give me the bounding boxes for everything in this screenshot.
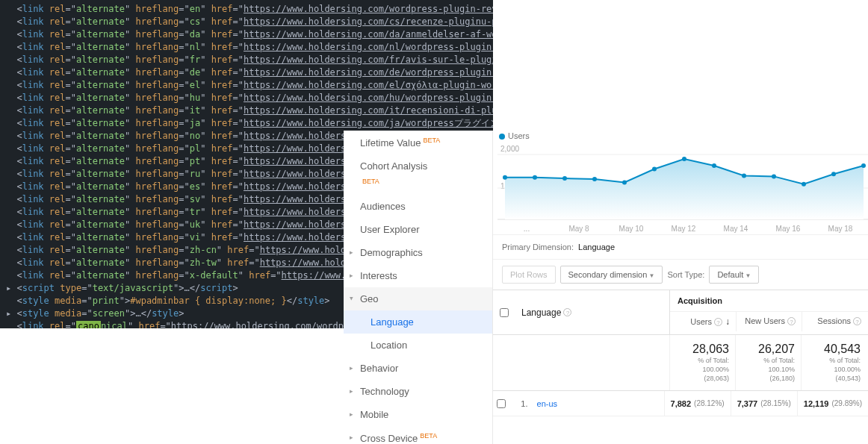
data-cell: 7,882(28.12%) [664,391,731,416]
sidebar-item-label: Behavior [360,363,398,374]
svg-point-5 [562,176,567,181]
sidebar-item-location[interactable]: Location [344,334,492,357]
sidebar-item-audiences[interactable]: Audiences [344,195,492,218]
plot-rows-button: Plot Rows [502,266,556,284]
x-label: May 14 [710,225,762,233]
chevron-right-icon: ▸ [350,272,353,279]
select-all-checkbox[interactable] [500,308,509,317]
svg-point-7 [622,181,627,185]
x-label: May 10 [605,225,657,233]
sidebar-item-label: Cohort Analysis [360,160,427,172]
sidebar-item-demographics[interactable]: ▸Demographics [344,241,492,264]
chevron-right-icon: ▸ [350,364,353,372]
analytics-panel: Users 2,000 1,000 ...May 8May 10May 12Ma… [493,127,868,444]
primary-dim-label: Primary Dimension: [502,243,574,251]
row-checkbox-cell [493,399,510,408]
sidebar-item-label: Lifetime Value [360,137,421,148]
analytics-sidebar: Lifetime ValueBETACohort AnalysisBETAAud… [344,131,493,444]
sidebar-item-label: Geo [360,293,379,304]
sidebar-item-technology[interactable]: ▸Technology [344,380,492,403]
row-checkbox[interactable] [497,399,506,408]
header-checkbox-cell [493,290,515,334]
language-column-header[interactable]: Language? [515,290,669,334]
x-label: May 18 [814,225,867,233]
primary-dim-value[interactable]: Language [578,243,615,251]
language-cell: en-us [533,399,664,408]
x-axis-labels: ...May 8May 10May 12May 14May 16May 18M [500,225,868,233]
x-label: May 16 [762,225,814,233]
chevron-right-icon: ▸ [350,295,353,302]
sort-type-dropdown[interactable]: Default [709,266,759,284]
acquisition-group: Acquisition Users?↓New Users?Sessions? [669,290,868,334]
sidebar-item-language[interactable]: Language [344,310,492,334]
metric-header-new-users[interactable]: New Users? [736,312,802,331]
secondary-dimension-dropdown[interactable]: Secondary dimension [560,266,663,284]
data-cell: 12,119(29.89%) [797,391,868,416]
sidebar-item-label: Interests [360,270,397,281]
acquisition-header: Acquisition [670,290,868,312]
sidebar-item-user-explorer[interactable]: User Explorer [344,218,492,241]
svg-point-11 [742,174,746,178]
sidebar-item-mobile[interactable]: ▸Mobile [344,403,492,426]
beta-badge: BETA [362,178,379,185]
metric-header-sessions[interactable]: Sessions? [802,312,867,331]
metric-header-users[interactable]: Users?↓ [670,312,736,331]
total-cell: 26,207% of Total:100.10%(26,180) [735,335,801,390]
sidebar-item-label: Demographics [360,247,423,258]
x-label: May 12 [657,225,710,233]
sidebar-item-label: Location [371,340,407,351]
table-row: 1.en-us7,882(28.12%)7,377(28.15%)12,119(… [493,391,868,416]
sidebar-item-cross-device[interactable]: ▸Cross DeviceBETA [344,426,492,444]
table-header: Language? Acquisition Users?↓New Users?S… [493,290,868,335]
svg-point-3 [503,175,507,180]
sort-down-icon: ↓ [725,316,730,327]
sidebar-item-behavior[interactable]: ▸Behavior [344,357,492,380]
sidebar-item-geo[interactable]: ▸Geo [344,287,492,310]
svg-point-14 [831,172,836,176]
sidebar-item-interests[interactable]: ▸Interests [344,264,492,287]
beta-badge: BETA [420,432,437,440]
help-icon[interactable]: ? [714,318,722,326]
total-cell: 28,063% of Total:100.00%(28,063) [669,335,735,390]
data-table: Language? Acquisition Users?↓New Users?S… [493,290,868,416]
sort-type-label: Sort Type: [667,270,704,279]
x-label: May 8 [553,225,605,233]
chart-svg [497,136,868,225]
chevron-right-icon: ▸ [350,248,353,256]
sidebar-item-label: Language [371,316,414,328]
svg-point-4 [533,175,537,180]
sidebar-item-label: Audiences [360,201,406,212]
svg-point-13 [802,182,806,187]
svg-point-12 [772,174,776,178]
svg-point-6 [592,177,597,181]
sidebar-item-lifetime-value[interactable]: Lifetime ValueBETA [344,131,492,154]
chevron-right-icon: ▸ [350,410,353,418]
chevron-right-icon: ▸ [350,434,353,441]
primary-dimension-row: Primary Dimension: Language [493,235,868,260]
svg-point-10 [712,163,716,168]
help-icon[interactable]: ? [787,317,796,325]
beta-badge: BETA [423,137,440,144]
sidebar-item-label: Cross Device [360,433,418,444]
sidebar-item-label: User Explorer [360,224,419,235]
totals-row: 28,063% of Total:100.00%(28,063)26,207% … [493,335,868,391]
svg-point-8 [652,167,657,172]
data-cell: 7,377(28.15%) [731,391,797,416]
help-icon[interactable]: ? [853,317,861,325]
table-controls: Plot Rows Secondary dimension Sort Type:… [493,260,868,290]
x-label: ... [500,225,553,233]
sidebar-item-label: Mobile [360,409,388,420]
svg-point-15 [861,163,866,168]
total-cell: 40,543% of Total:100.00% (40,543) [801,335,867,390]
sidebar-item-label: Technology [360,386,409,397]
svg-point-9 [682,157,686,161]
sidebar-item-cohort-analysis[interactable]: Cohort Analysis [344,154,492,178]
chevron-right-icon: ▸ [350,387,353,395]
row-index: 1. [510,399,533,408]
help-icon[interactable]: ? [563,308,571,316]
chart-area: Users 2,000 1,000 ...May 8May 10May 12Ma… [493,127,868,235]
language-link[interactable]: en-us [537,399,558,408]
